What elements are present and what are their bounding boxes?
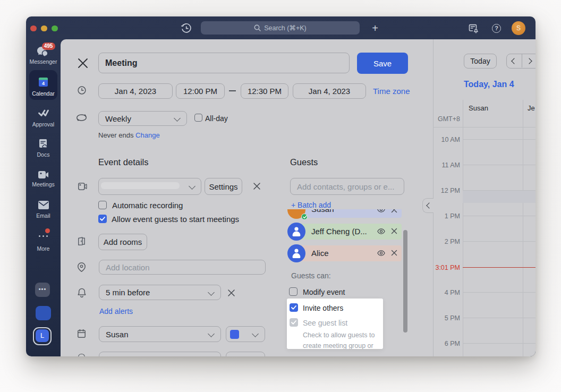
- svg-text:4: 4: [42, 81, 45, 86]
